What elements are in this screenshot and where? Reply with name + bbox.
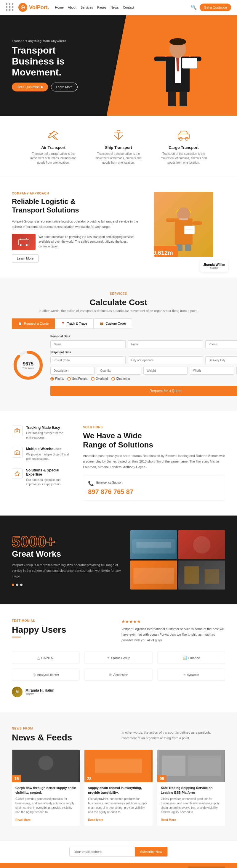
name-input[interactable] (50, 340, 126, 348)
reliable-thumb (12, 234, 35, 250)
hero-learn-more-button[interactable]: Learn More (51, 83, 78, 91)
overland-option[interactable]: Overland (91, 377, 108, 380)
company-status-group[interactable]: ✦ Status Group (84, 652, 152, 664)
svg-rect-49 (188, 755, 221, 776)
tab-custom-order[interactable]: 📦 Custom Order (93, 318, 132, 329)
news-card-2: 28 supply chain control is everything, p… (84, 750, 152, 826)
hero-person-image (148, 27, 213, 116)
phone-input[interactable] (205, 340, 237, 348)
svg-point-18 (20, 244, 22, 246)
flights-radio[interactable] (50, 377, 54, 380)
warehouse-title: Multiple Warehouses (26, 447, 71, 451)
newsletter-email-input[interactable] (70, 847, 135, 857)
email-input[interactable] (128, 340, 203, 348)
read-more-2[interactable]: Read More (88, 818, 103, 822)
quote-icon: 📋 (18, 322, 22, 326)
learn-more-button[interactable]: Learn More (12, 254, 38, 262)
cargo-transport-desc: Transport of transportation is the movem… (160, 152, 207, 165)
dot-3[interactable] (20, 584, 23, 586)
quantity-input[interactable] (97, 367, 141, 375)
nav-about[interactable]: About (68, 6, 77, 9)
company-analysis[interactable]: ◎ Analysis center (12, 669, 80, 681)
great-title: Great Works (12, 549, 121, 559)
sea-freight-option[interactable]: Sea Freight (67, 377, 87, 380)
news-title: News & Feeds (12, 733, 116, 743)
menu-grid[interactable] (6, 3, 14, 11)
reliable-img-row: We order ourselves on providing the best… (12, 234, 145, 250)
overland-radio[interactable] (91, 377, 94, 380)
plane-icon (46, 128, 61, 142)
worker-image: 9.612m Delivered Goods (154, 192, 213, 257)
logo[interactable]: VolPort. (18, 3, 49, 12)
solutions-label: Solutions (83, 426, 225, 429)
news-title-2: supply chain control is everything, prov… (88, 786, 149, 795)
warehouse-solution-text: Multiple Warehouses We provide multiple … (26, 447, 71, 461)
delivery-city-input[interactable] (205, 356, 237, 364)
news-label: News From (12, 727, 116, 730)
flights-option[interactable]: Flights (50, 377, 64, 380)
nav-pages[interactable]: Pages (97, 6, 106, 9)
news-text-1: Global provider, connected products for … (16, 797, 76, 814)
nav-services[interactable]: Services (81, 6, 93, 9)
hero-buttons: Get a Quotation ▶ Learn More (12, 83, 78, 91)
news-grid: 15 Cargo flow through better supply chai… (12, 750, 225, 826)
cta-input-row: Subscribe Now (69, 847, 168, 857)
description-input[interactable] (50, 367, 94, 375)
chartering-radio[interactable] (111, 377, 115, 380)
read-more-1[interactable]: Read More (16, 818, 31, 822)
tab-request-quote[interactable]: 📋 Request a Quote (12, 318, 55, 329)
company-accession[interactable]: ⊕ Accession (84, 669, 152, 681)
arrow-icon: ▶ (41, 85, 43, 89)
logo-text: VolPort. (29, 4, 49, 11)
sea-radio[interactable] (67, 377, 71, 380)
navbar: VolPort. Home About Services Pages News … (0, 0, 237, 15)
newsletter-submit-button[interactable]: Subscribe Now (135, 847, 167, 857)
ship-transport-item: Ship Transport Transport of transportati… (95, 128, 142, 165)
chartering-option[interactable]: Chartering (111, 377, 130, 380)
width-input[interactable] (190, 367, 234, 375)
work-img-2 (178, 530, 225, 559)
read-more-3[interactable]: Read More (161, 818, 176, 822)
company-dynamic[interactable]: ≡ dynamic (157, 669, 225, 681)
expertise-icon (12, 468, 23, 479)
reliable-label: Company Approach (12, 192, 145, 195)
dot-1[interactable] (12, 584, 14, 586)
shipment-data-row2 (50, 367, 237, 375)
postal-code-input[interactable] (50, 356, 126, 364)
departure-city-input[interactable] (128, 356, 203, 364)
great-works-left: 5000+ Great Works Voltport Group is a re… (12, 534, 121, 586)
emergency-phone[interactable]: 897 876 765 87 (88, 488, 220, 496)
great-works-section: 5000+ Great Works Voltport Group is a re… (0, 516, 237, 604)
tab-track-trace[interactable]: 📍 Track & Trace (55, 318, 93, 329)
testimonial-label: Testimonial (12, 619, 116, 622)
nav-home[interactable]: Home (55, 6, 64, 9)
calculate-label: Services (12, 292, 225, 296)
company-finance[interactable]: 📊 Finance (157, 652, 225, 664)
air-transport-item: Air Transport Transport of transportatio… (30, 128, 77, 165)
svg-rect-33 (15, 429, 20, 433)
nav-news[interactable]: News (111, 6, 119, 9)
tracking-title: Tracking Made Easy (26, 426, 71, 430)
reviewer-name: Miranda H. Halim (26, 688, 54, 692)
dot-2[interactable] (16, 584, 18, 586)
wide-range-title: We Have a WideRange of Solutions (83, 431, 225, 450)
wide-range-text: Australian post-apocalyptic horror drama… (83, 453, 225, 470)
happy-header: Testimonial Happy Users ★★★★★ Voltport L… (12, 619, 225, 643)
svg-rect-28 (192, 221, 202, 225)
happy-right: ★★★★★ Voltport Logistics International c… (121, 619, 225, 643)
nav-contact[interactable]: Contact (123, 6, 134, 9)
news-header-right: In other words, the action of transport … (121, 727, 225, 743)
happy-section: Testimonial Happy Users ★★★★★ Voltport L… (0, 604, 237, 712)
company-capital[interactable]: △ CAPITAL (12, 652, 80, 664)
hero-cta-button[interactable]: Get a Quotation ▶ (12, 83, 48, 91)
expertise-desc: Our aim is to optimise and improve your … (26, 478, 71, 487)
svg-point-39 (193, 536, 211, 554)
weight-input[interactable] (143, 367, 187, 375)
search-icon[interactable]: 🔍 (191, 4, 197, 10)
nav-cta-button[interactable]: Get a Quotation (200, 4, 231, 11)
live-support[interactable]: Live Support (188, 867, 225, 868)
request-quote-button[interactable]: Request for a Quote (50, 386, 237, 396)
hero-title-line2: Business is (12, 56, 65, 67)
svg-rect-48 (161, 755, 185, 776)
news-img-2: 28 (84, 750, 152, 782)
